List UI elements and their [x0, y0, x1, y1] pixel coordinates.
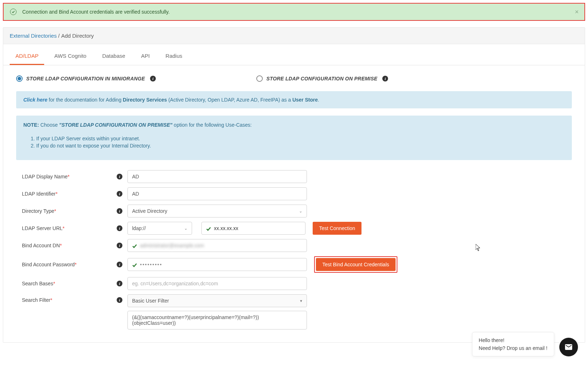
breadcrumb-root-link[interactable]: External Directories	[10, 33, 57, 39]
radio-store-miniorange[interactable]: STORE LDAP CONFIGURATION IN MINIORANGE i	[16, 75, 156, 82]
label-bind-pw: Bind Account Password	[22, 262, 75, 267]
note-item: If your LDAP Server exists within your i…	[36, 136, 565, 141]
radio-label: STORE LDAP CONFIGURATION IN MINIORANGE	[26, 76, 145, 81]
chat-widget: Hello there! Need Help? Drop us an email…	[472, 332, 578, 343]
check-icon	[132, 244, 137, 247]
note-box: NOTE: Choose "STORE LDAP CONFIGURATION O…	[16, 116, 572, 160]
tab-api[interactable]: API	[135, 48, 155, 65]
search-bases-input[interactable]: eg. cn=Users,dc=organization,dc=com	[127, 277, 307, 290]
radio-icon	[256, 75, 263, 82]
test-connection-button[interactable]: Test Connection	[313, 222, 361, 235]
label-server-url: LDAP Server URL	[22, 225, 62, 231]
check-icon	[206, 226, 211, 230]
breadcrumb: External Directories / Add Directory	[3, 28, 585, 44]
note-label: NOTE:	[23, 122, 39, 128]
info-icon[interactable]: i	[117, 191, 122, 197]
label-search-filter: Search Filter	[22, 297, 50, 303]
doc-info-box: Click here for the documentation for Add…	[16, 91, 572, 108]
highlight-box: Test Bind Account Credentials	[314, 256, 397, 273]
doc-click-here-link[interactable]: Click here	[23, 97, 47, 103]
radio-label: STORE LDAP CONFIGURATION ON PREMISE	[266, 76, 377, 81]
note-item: If you do not want to expose your Intern…	[36, 143, 565, 149]
radio-store-on-premise[interactable]: STORE LDAP CONFIGURATION ON PREMISE i	[256, 75, 388, 82]
info-icon[interactable]: i	[117, 262, 122, 267]
search-filter-expression[interactable]: (&(|(samaccountname=?)(userprincipalname…	[127, 311, 307, 329]
protocol-select[interactable]: ldap:// ⌄	[127, 222, 192, 235]
success-alert: Connection and Bind Account credentials …	[3, 3, 585, 21]
tab-aws-cognito[interactable]: AWS Cognito	[48, 48, 92, 65]
test-bind-credentials-button[interactable]: Test Bind Account Credentials	[316, 258, 396, 271]
info-icon[interactable]: i	[117, 225, 122, 231]
label-display-name: LDAP Display Name	[22, 174, 67, 179]
info-icon[interactable]: i	[117, 281, 122, 286]
info-icon[interactable]: i	[382, 76, 388, 81]
label-identifier: LDAP Identifier	[22, 191, 56, 197]
check-circle-icon	[10, 9, 17, 15]
search-filter-select[interactable]: Basic User Filter ▾	[127, 294, 307, 307]
label-directory-type: Directory Type	[22, 208, 54, 214]
display-name-input[interactable]: AD	[127, 170, 307, 183]
tab-database[interactable]: Database	[97, 48, 131, 65]
check-icon	[132, 263, 137, 266]
alert-message: Connection and Bind Account credentials …	[22, 9, 170, 15]
tab-bar: AD/LDAP AWS Cognito Database API Radius	[3, 48, 585, 65]
chat-line1: Hello there!	[479, 337, 547, 343]
tab-radius[interactable]: Radius	[160, 48, 188, 65]
caret-down-icon: ▾	[300, 299, 302, 303]
label-search-bases: Search Bases	[22, 281, 53, 286]
label-bind-dn: Bind Account DN	[22, 243, 60, 248]
info-icon[interactable]: i	[117, 243, 122, 248]
breadcrumb-current: Add Directory	[61, 33, 94, 39]
bind-password-input[interactable]: •••••••••	[127, 258, 307, 271]
info-icon[interactable]: i	[150, 76, 156, 81]
directory-panel: External Directories / Add Directory AD/…	[3, 27, 585, 343]
alert-close-button[interactable]: ×	[575, 8, 579, 16]
server-host-input[interactable]: xx.xx.xx.xx	[201, 222, 305, 235]
chat-button[interactable]	[559, 338, 578, 343]
chevron-down-icon: ⌄	[299, 209, 302, 214]
chat-bubble: Hello there! Need Help? Drop us an email…	[472, 332, 554, 343]
identifier-input[interactable]: AD	[127, 187, 307, 200]
radio-icon	[16, 75, 23, 82]
info-icon[interactable]: i	[117, 208, 122, 214]
storage-radio-group: STORE LDAP CONFIGURATION IN MINIORANGE i…	[16, 75, 572, 82]
directory-type-select[interactable]: Active Directory ⌄	[127, 205, 307, 217]
info-icon[interactable]: i	[117, 297, 122, 303]
info-icon[interactable]: i	[117, 174, 122, 179]
bind-dn-input[interactable]: administrator@example.com	[127, 239, 307, 252]
chevron-down-icon: ⌄	[184, 226, 187, 231]
tab-adldap[interactable]: AD/LDAP	[10, 48, 44, 65]
